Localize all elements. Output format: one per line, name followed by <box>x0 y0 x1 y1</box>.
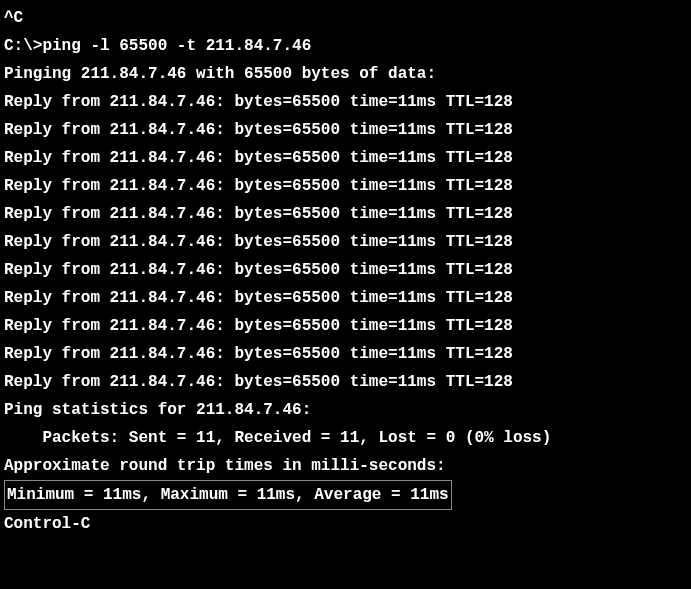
ping-reply: Reply from 211.84.7.46: bytes=65500 time… <box>4 284 687 312</box>
ping-reply: Reply from 211.84.7.46: bytes=65500 time… <box>4 368 687 396</box>
ping-reply: Reply from 211.84.7.46: bytes=65500 time… <box>4 256 687 284</box>
timing-stats-container: Minimum = 11ms, Maximum = 11ms, Average … <box>4 480 687 510</box>
approx-header: Approximate round trip times in milli-se… <box>4 452 687 480</box>
interrupt-line: ^C <box>4 4 687 32</box>
command-prompt-line: C:\>ping -l 65500 -t 211.84.7.46 <box>4 32 687 60</box>
ping-reply: Reply from 211.84.7.46: bytes=65500 time… <box>4 88 687 116</box>
timing-stats: Minimum = 11ms, Maximum = 11ms, Average … <box>4 480 452 510</box>
ping-header: Pinging 211.84.7.46 with 65500 bytes of … <box>4 60 687 88</box>
ping-reply: Reply from 211.84.7.46: bytes=65500 time… <box>4 228 687 256</box>
ping-reply: Reply from 211.84.7.46: bytes=65500 time… <box>4 144 687 172</box>
ping-reply: Reply from 211.84.7.46: bytes=65500 time… <box>4 116 687 144</box>
ping-reply: Reply from 211.84.7.46: bytes=65500 time… <box>4 200 687 228</box>
packets-stats: Packets: Sent = 11, Received = 11, Lost … <box>4 424 687 452</box>
ping-reply: Reply from 211.84.7.46: bytes=65500 time… <box>4 340 687 368</box>
ping-reply: Reply from 211.84.7.46: bytes=65500 time… <box>4 172 687 200</box>
stats-header: Ping statistics for 211.84.7.46: <box>4 396 687 424</box>
control-c: Control-C <box>4 510 687 538</box>
ping-reply: Reply from 211.84.7.46: bytes=65500 time… <box>4 312 687 340</box>
